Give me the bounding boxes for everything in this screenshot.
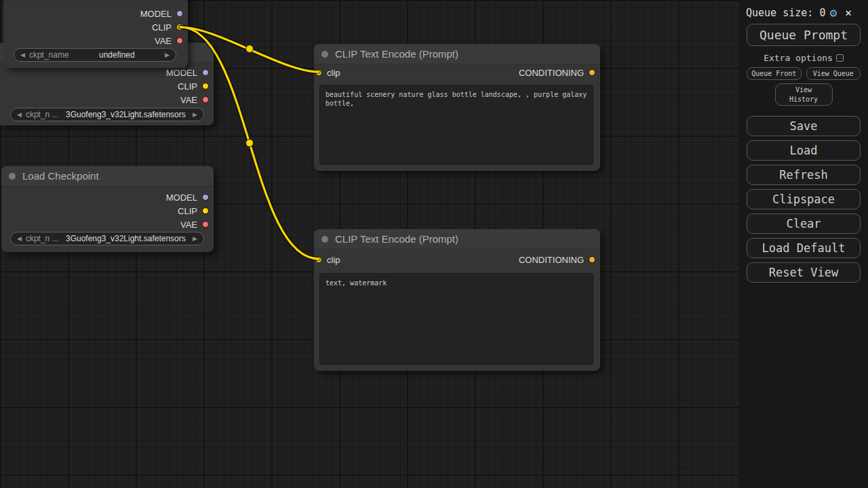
model-output-dot[interactable] [176,10,183,17]
collapse-dot[interactable] [321,51,328,58]
output-label-clip: CLIP [178,206,197,216]
queue-size-label: Queue size: [746,7,813,19]
widget-next-icon[interactable]: ▶ [193,111,197,118]
vae-output-dot[interactable] [202,96,209,103]
clip-output-dot[interactable] [176,24,183,30]
widget-prev-icon[interactable]: ◀ [20,52,25,58]
node-header[interactable] [3,0,188,1]
conditioning-output-dot[interactable] [589,256,595,263]
widget-next-icon[interactable]: ▶ [165,52,170,58]
load-button[interactable]: Load [747,140,861,161]
widget-prev-icon[interactable]: ◀ [17,235,22,242]
link-midpoint-dot [246,45,254,53]
collapse-dot[interactable] [9,173,16,180]
ckpt-name-widget[interactable]: ◀ ckpt_n ... 3Guofeng3_v32Light.safetens… [10,108,204,121]
link-midpoint-dot [246,140,254,147]
widget-name: ckpt_name [29,50,69,60]
vae-output-dot[interactable] [176,37,183,44]
ckpt-name-widget[interactable]: ◀ ckpt_name undefined ▶ [14,48,176,62]
queue-size-value: 0 [819,7,825,19]
node-title: Load Checkpoint [22,170,99,182]
load-default-button[interactable]: Load Default [747,238,861,258]
node-graph-canvas[interactable]: MODEL CLIP VAE ◀ ckpt_n ... 3Guofeng3_v3… [0,0,739,488]
output-label-vae: VAE [180,220,197,230]
model-output-dot[interactable] [202,194,209,201]
widget-value: 3Guofeng3_v32Light.safetensors [63,234,189,243]
node-header[interactable]: CLIP Text Encode (Prompt) [314,44,600,64]
node-header[interactable]: CLIP Text Encode (Prompt) [314,229,600,249]
output-label-clip: CLIP [178,81,197,92]
output-label-model: MODEL [166,68,197,78]
clip-output-dot[interactable] [202,207,209,214]
widget-name: ckpt_n ... [26,234,59,243]
reset-view-button[interactable]: Reset View [747,262,861,283]
widget-value: 3Guofeng3_v32Light.safetensors [63,110,189,119]
output-label-conditioning: CONDITIONING [519,68,584,78]
comfy-menu-panel: Queue size: 0 ⚙ ✕ Queue Prompt Extra opt… [739,0,868,488]
queue-prompt-button[interactable]: Queue Prompt [747,24,861,46]
node-load-checkpoint-top[interactable]: MODEL CLIP VAE ◀ ckpt_name undefined ▶ [3,0,188,68]
positive-prompt-textarea[interactable]: beautiful scenery nature glass bottle la… [319,85,593,165]
clip-input-dot[interactable] [315,256,322,263]
output-label-conditioning: CONDITIONING [519,255,584,265]
close-icon[interactable]: ✕ [845,7,852,18]
output-label-model: MODEL [140,9,172,19]
view-queue-button[interactable]: View Queue [806,67,861,80]
vae-output-dot[interactable] [202,221,209,228]
widget-next-icon[interactable]: ▶ [193,235,197,242]
clear-button[interactable]: Clear [747,214,861,234]
view-history-button[interactable]: View History [775,83,833,106]
node-clip-text-encode-1[interactable]: CLIP Text Encode (Prompt) clip CONDITION… [314,44,600,171]
widget-prev-icon[interactable]: ◀ [17,111,22,118]
settings-gear-icon[interactable]: ⚙ [829,7,837,19]
refresh-button[interactable]: Refresh [747,165,861,185]
clipspace-button[interactable]: Clipspace [747,189,861,209]
conditioning-output-dot[interactable] [589,69,595,76]
node-title: CLIP Text Encode (Prompt) [335,233,458,245]
output-label-vae: VAE [180,95,197,105]
extra-options-checkbox[interactable] [836,54,844,62]
widget-name: ckpt_n ... [26,110,59,119]
collapse-dot[interactable] [321,236,328,243]
output-label-model: MODEL [166,192,197,203]
save-button[interactable]: Save [747,116,861,136]
output-label-clip: CLIP [152,22,172,33]
clip-input-dot[interactable] [315,69,322,76]
node-title: CLIP Text Encode (Prompt) [335,48,458,60]
model-output-dot[interactable] [202,69,209,76]
negative-prompt-textarea[interactable]: text, watermark [319,273,593,365]
queue-front-button[interactable]: Queue Front [747,67,802,80]
output-label-vae: VAE [155,36,172,46]
node-clip-text-encode-2[interactable]: CLIP Text Encode (Prompt) clip CONDITION… [314,229,600,371]
ckpt-name-widget[interactable]: ◀ ckpt_n ... 3Guofeng3_v32Light.safetens… [10,232,204,245]
input-label-clip: clip [327,255,340,265]
node-load-checkpoint-bottom[interactable]: Load Checkpoint MODEL CLIP VAE ◀ ckpt_n … [1,166,214,252]
node-header[interactable]: Load Checkpoint [1,166,214,186]
input-label-clip: clip [327,68,340,78]
extra-options-label: Extra options [764,53,833,63]
clip-output-dot[interactable] [202,83,209,89]
widget-value: undefined [73,50,161,60]
